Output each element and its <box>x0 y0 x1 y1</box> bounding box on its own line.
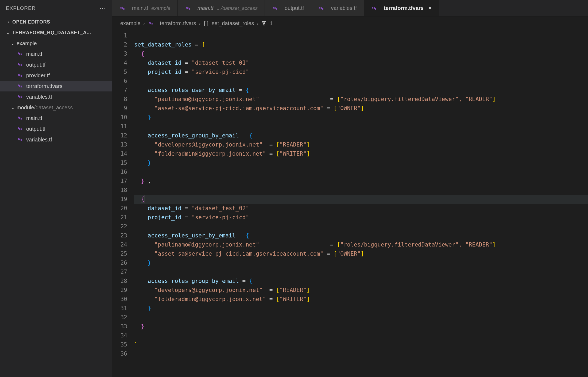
file-module-main-tf[interactable]: main.tf <box>0 113 112 124</box>
svg-rect-0 <box>18 52 19 54</box>
svg-rect-16 <box>19 117 20 119</box>
svg-rect-13 <box>19 96 20 98</box>
svg-rect-32 <box>276 8 277 10</box>
svg-rect-34 <box>321 7 322 9</box>
file-label: terraform.tfvars <box>26 83 63 89</box>
breadcrumb-seg[interactable]: 1 <box>270 20 273 26</box>
main-area: main.tf example main.tf .../dataset_acce… <box>112 0 588 377</box>
folder-example[interactable]: ⌄ example <box>0 38 112 49</box>
folder-label: example <box>17 40 37 47</box>
workspace-root[interactable]: ⌄ TERRAFORM_BQ_DATASET_A... <box>0 27 112 38</box>
file-label: main.tf <box>26 51 42 57</box>
file-main-tf[interactable]: main.tf <box>0 49 112 59</box>
explorer-title: EXPLORER <box>6 5 36 11</box>
open-editors-label: OPEN EDITORS <box>12 19 50 25</box>
file-tree: ⌄ example main.tf output.tf provider.t <box>0 38 112 145</box>
svg-rect-37 <box>374 7 375 9</box>
tab-output-tf[interactable]: output.tf <box>265 0 311 16</box>
svg-rect-12 <box>18 95 19 97</box>
chevron-down-icon: ⌄ <box>6 30 11 35</box>
breadcrumb[interactable]: example › terraform.tfvars › [ ] set_dat… <box>112 17 588 30</box>
editor-tabs: main.tf example main.tf .../dataset_acce… <box>112 0 588 17</box>
svg-rect-44 <box>263 24 265 25</box>
svg-rect-26 <box>123 8 124 10</box>
tab-label: output.tf <box>285 5 304 11</box>
terraform-icon <box>17 136 23 143</box>
explorer-header: EXPLORER ··· <box>0 0 112 17</box>
terraform-icon <box>17 83 23 89</box>
file-terraform-tfvars[interactable]: terraform.tfvars <box>0 81 112 91</box>
chevron-right-icon: › <box>6 20 11 24</box>
breadcrumb-seg[interactable]: example <box>120 20 141 26</box>
terraform-icon <box>17 94 23 100</box>
folder-label: module/dataset_access <box>17 105 73 111</box>
tab-main-tf-example[interactable]: main.tf example <box>112 0 178 16</box>
svg-rect-39 <box>149 22 150 24</box>
code-content[interactable]: set_dataset_roles = [ { dataset_id = "da… <box>134 30 588 377</box>
svg-rect-17 <box>21 118 22 120</box>
tab-terraform-tfvars[interactable]: terraform.tfvars × <box>364 0 439 16</box>
open-editors-section[interactable]: › OPEN EDITORS <box>0 17 112 27</box>
terraform-icon <box>17 115 23 121</box>
svg-rect-3 <box>18 63 19 65</box>
file-variables-tf[interactable]: variables.tf <box>0 91 112 102</box>
terraform-icon <box>371 5 377 11</box>
chevron-right-icon: › <box>143 20 145 26</box>
svg-rect-20 <box>21 128 22 130</box>
code-editor[interactable]: 1234567891011121314151617181920212223242… <box>112 30 588 377</box>
file-module-output-tf[interactable]: output.tf <box>0 124 112 134</box>
svg-rect-14 <box>21 96 22 98</box>
svg-rect-28 <box>187 7 188 9</box>
svg-rect-19 <box>19 128 20 130</box>
file-label: variables.tf <box>26 94 52 100</box>
svg-rect-33 <box>319 7 320 9</box>
explorer-more-icon[interactable]: ··· <box>100 5 106 12</box>
app-root: EXPLORER ··· › OPEN EDITORS ⌄ TERRAFORM_… <box>0 0 588 377</box>
svg-rect-8 <box>21 75 22 77</box>
file-label: output.tf <box>26 126 45 132</box>
svg-rect-24 <box>121 7 122 9</box>
file-label: output.tf <box>26 62 45 68</box>
svg-rect-35 <box>322 8 323 10</box>
svg-rect-10 <box>19 85 20 87</box>
close-icon[interactable]: × <box>428 5 432 11</box>
terraform-icon <box>17 61 23 68</box>
terraform-icon <box>272 5 278 11</box>
svg-rect-43 <box>264 21 266 23</box>
file-output-tf[interactable]: output.tf <box>0 59 112 70</box>
terraform-icon <box>17 126 23 132</box>
svg-rect-23 <box>21 139 22 141</box>
svg-rect-29 <box>189 8 190 10</box>
line-number-gutter: 1234567891011121314151617181920212223242… <box>112 30 134 377</box>
tab-label: main.tf <box>132 5 148 11</box>
breadcrumb-seg[interactable]: terraform.tfvars <box>160 20 196 26</box>
chevron-right-icon: › <box>257 20 258 26</box>
svg-rect-30 <box>273 7 274 9</box>
svg-rect-18 <box>18 127 19 129</box>
breadcrumb-seg[interactable]: set_dataset_roles <box>212 20 254 26</box>
svg-rect-21 <box>18 138 19 140</box>
tab-main-tf-module[interactable]: main.tf .../dataset_access <box>178 0 265 16</box>
workspace-root-label: TERRAFORM_BQ_DATASET_A... <box>12 30 91 36</box>
svg-rect-31 <box>274 7 276 9</box>
svg-rect-36 <box>372 7 373 9</box>
svg-rect-7 <box>19 74 20 76</box>
folder-module-dataset-access[interactable]: ⌄ module/dataset_access <box>0 102 112 113</box>
explorer-sidebar: EXPLORER ··· › OPEN EDITORS ⌄ TERRAFORM_… <box>0 0 112 377</box>
svg-rect-22 <box>19 139 20 140</box>
tab-label: terraform.tfvars <box>384 5 424 11</box>
svg-rect-4 <box>19 64 20 66</box>
svg-rect-11 <box>21 86 22 87</box>
tab-label: main.tf <box>198 5 214 11</box>
tab-variables-tf[interactable]: variables.tf <box>311 0 364 16</box>
svg-rect-15 <box>18 117 19 118</box>
chevron-down-icon: ⌄ <box>10 105 15 110</box>
file-provider-tf[interactable]: provider.tf <box>0 70 112 81</box>
file-module-variables-tf[interactable]: variables.tf <box>0 134 112 145</box>
array-icon: [ ] <box>203 20 209 26</box>
svg-rect-38 <box>375 8 376 10</box>
svg-rect-25 <box>122 7 123 9</box>
terraform-icon <box>17 72 23 79</box>
tab-hint: example <box>151 5 171 11</box>
svg-rect-5 <box>21 64 22 66</box>
